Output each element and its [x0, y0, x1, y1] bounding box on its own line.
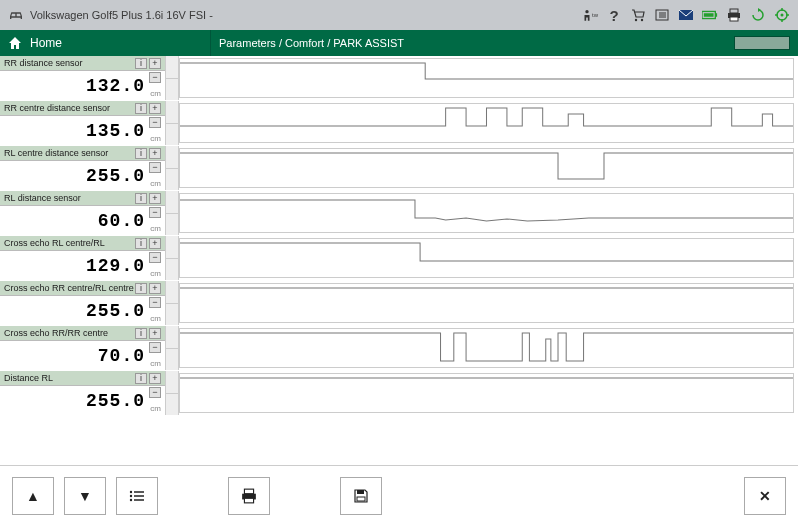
list-button[interactable] [116, 477, 158, 515]
side-up[interactable] [166, 191, 178, 214]
print-button[interactable] [228, 477, 270, 515]
svg-point-24 [130, 498, 132, 500]
sensor-header: RL centre distance sensor i + [0, 146, 165, 161]
side-up[interactable] [166, 146, 178, 169]
sensor-value: 255.0 [86, 166, 145, 186]
svg-point-22 [130, 494, 132, 496]
sensor-name: RL distance sensor [4, 193, 81, 203]
sensor-side-controls [165, 371, 179, 415]
sensor-value: 255.0 [86, 391, 145, 411]
plus-button[interactable]: + [149, 238, 161, 249]
svg-rect-30 [357, 497, 365, 501]
minus-button[interactable]: − [149, 207, 161, 218]
sensor-name: Cross echo RR/RR centre [4, 328, 108, 338]
svg-rect-28 [244, 498, 253, 503]
bottom-toolbar: ▲ ▼ ✕ [0, 465, 798, 525]
breadcrumb-indicator [734, 36, 790, 50]
plus-button[interactable]: + [149, 193, 161, 204]
minus-button[interactable]: − [149, 72, 161, 83]
info-button[interactable]: i [135, 238, 147, 249]
side-up[interactable] [166, 56, 178, 79]
sensor-header: Cross echo RR/RR centre i + [0, 326, 165, 341]
svg-rect-29 [357, 490, 364, 494]
cart-icon[interactable] [630, 7, 646, 23]
sensor-unit: cm [150, 134, 161, 143]
sensor-graph [179, 238, 794, 278]
side-down[interactable] [166, 79, 178, 101]
info-button[interactable]: i [135, 328, 147, 339]
side-down[interactable] [166, 169, 178, 191]
sensor-value: 255.0 [86, 301, 145, 321]
info-button[interactable]: i [135, 103, 147, 114]
scroll-up-button[interactable]: ▲ [12, 477, 54, 515]
sensor-side-controls [165, 146, 179, 190]
home-button[interactable]: Home [0, 30, 210, 56]
car-icon [8, 9, 24, 21]
print-icon[interactable] [726, 7, 742, 23]
info-button[interactable]: i [135, 373, 147, 384]
side-up[interactable] [166, 281, 178, 304]
sensor-unit: cm [150, 404, 161, 413]
side-up[interactable] [166, 326, 178, 349]
info-button[interactable]: i [135, 193, 147, 204]
sensor-header: Cross echo RL centre/RL i + [0, 236, 165, 251]
side-up[interactable] [166, 371, 178, 394]
svg-point-1 [635, 19, 637, 21]
plus-button[interactable]: + [149, 148, 161, 159]
side-down[interactable] [166, 124, 178, 146]
sensor-row: RR centre distance sensor i + 135.0 cm − [0, 101, 798, 146]
info-button[interactable]: i [135, 148, 147, 159]
sensor-unit: cm [150, 314, 161, 323]
sensor-header: RR centre distance sensor i + [0, 101, 165, 116]
svg-point-15 [781, 14, 784, 17]
side-down[interactable] [166, 259, 178, 281]
minus-button[interactable]: − [149, 117, 161, 128]
side-down[interactable] [166, 394, 178, 416]
side-down[interactable] [166, 304, 178, 326]
news-icon[interactable] [654, 7, 670, 23]
side-down[interactable] [166, 214, 178, 236]
info-button[interactable]: i [135, 58, 147, 69]
sensor-graph [179, 283, 794, 323]
minus-button[interactable]: − [149, 162, 161, 173]
plus-button[interactable]: + [149, 328, 161, 339]
sensor-row: RL distance sensor i + 60.0 cm − [0, 191, 798, 236]
sensor-name: RR distance sensor [4, 58, 83, 68]
sensor-graph [179, 103, 794, 143]
mail-icon[interactable] [678, 7, 694, 23]
sensor-side-controls [165, 56, 179, 100]
refresh-icon[interactable] [750, 7, 766, 23]
minus-button[interactable]: − [149, 387, 161, 398]
sensor-unit: cm [150, 359, 161, 368]
sensor-value: 70.0 [98, 346, 145, 366]
sensor-row: RR distance sensor i + 132.0 cm − [0, 56, 798, 101]
vehicle-name: Volkswagen Golf5 Plus 1.6i 16V FSI - [30, 9, 213, 21]
sensor-name: RR centre distance sensor [4, 103, 110, 113]
help-icon[interactable]: ? [606, 7, 622, 23]
plus-button[interactable]: + [149, 58, 161, 69]
info-button[interactable]: i [135, 283, 147, 294]
sensor-header: Cross echo RR centre/RL centre i + [0, 281, 165, 296]
minus-button[interactable]: − [149, 297, 161, 308]
side-up[interactable] [166, 101, 178, 124]
save-button[interactable] [340, 477, 382, 515]
settings-icon[interactable] [774, 7, 790, 23]
side-up[interactable] [166, 236, 178, 259]
minus-button[interactable]: − [149, 342, 161, 353]
sensor-value: 132.0 [86, 76, 145, 96]
sensor-value: 135.0 [86, 121, 145, 141]
sensor-header: RL distance sensor i + [0, 191, 165, 206]
sensor-name: Distance RL [4, 373, 53, 383]
sensor-graph [179, 148, 794, 188]
plus-button[interactable]: + [149, 283, 161, 294]
minus-button[interactable]: − [149, 252, 161, 263]
close-button[interactable]: ✕ [744, 477, 786, 515]
battery-icon[interactable] [702, 7, 718, 23]
save-icon [354, 489, 368, 503]
person-icon[interactable]: tw [582, 7, 598, 23]
plus-button[interactable]: + [149, 103, 161, 114]
plus-button[interactable]: + [149, 373, 161, 384]
scroll-down-button[interactable]: ▼ [64, 477, 106, 515]
sensor-side-controls [165, 191, 179, 235]
side-down[interactable] [166, 349, 178, 371]
